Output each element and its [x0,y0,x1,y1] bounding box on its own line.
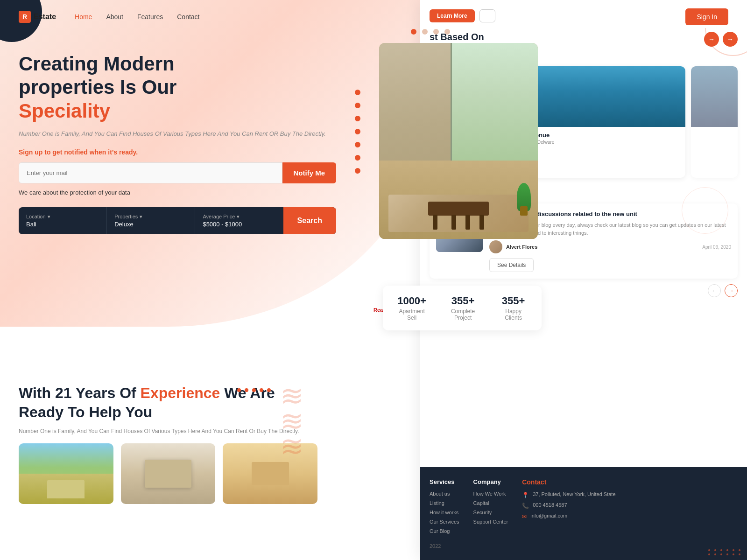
logo-icon: R [19,11,31,23]
odot2 [245,388,248,392]
hero-title: Creating Modern properties Is Our Specia… [19,52,336,123]
footer-link-security[interactable]: Security [473,510,508,515]
contact-phone[interactable]: 📞 000 4518 4587 [522,502,615,509]
dg10 [726,553,728,555]
footer-columns: Services About us Listing How it works O… [430,478,738,538]
vdot-7 [355,168,360,174]
navbar: R Estate Home About Features Contact Sig… [0,0,747,34]
house-preview-1 [19,443,113,504]
contact-email[interactable]: ✉ info@gmail.com [522,513,615,520]
hero-left: Creating Modern properties Is Our Specia… [19,43,336,234]
search-bar: Location ▾ Bali Properties ▾ Deluxe Aver… [19,207,336,234]
odot1 [237,388,241,392]
dg4 [726,549,728,551]
email-form: Notify Me [19,162,336,183]
dots-grid-decoration [708,549,742,555]
dg5 [733,549,734,551]
stats-card: 1000+ Apartment Sell 355+ Complete Proje… [383,286,542,330]
hero-image [379,43,538,239]
search-properties[interactable]: Properties ▾ Deluxe [107,207,195,234]
services-title: Services [430,478,459,485]
dg3 [720,549,722,551]
footer-year: 2022 [430,543,738,549]
footer-link-supportcenter[interactable]: Support Center [473,519,508,525]
orange-dots [237,388,271,392]
footer-link-howwework[interactable]: How We Work [473,491,508,497]
email-icon: ✉ [522,513,527,520]
experience-title: With 21 Years Of Experience We Are Ready… [19,384,317,422]
experience-section: With 21 Years Of Experience We Are Ready… [19,384,317,504]
privacy-note: We care about the protection of your dat… [19,189,336,196]
dg8 [714,553,716,555]
location-value: Bali [26,221,99,228]
stat-projects: 355+ Complete Project [445,295,480,321]
dg12 [739,553,740,555]
contact-title: Contact [522,478,615,486]
hero-right: 1000+ Apartment Sell 355+ Complete Proje… [355,43,728,318]
dg11 [733,553,734,555]
footer-link-capital[interactable]: Capital [473,500,508,506]
vdot-1 [355,90,360,95]
house-previews [19,443,317,504]
footer-link-ourblog[interactable]: Our Blog [430,528,459,534]
search-button[interactable]: Search [283,207,336,234]
nav-links: Home About Features Contact [75,13,685,21]
signin-button[interactable]: Sign In [685,8,728,25]
nav-features[interactable]: Features [137,13,163,21]
email-input[interactable] [19,162,282,183]
odot3 [252,388,256,392]
footer: Services About us Listing How it works O… [420,467,747,560]
footer-link-howitworks[interactable]: How it works [430,510,459,515]
odot5 [267,388,271,392]
dg6 [739,549,740,551]
vdot-3 [355,116,360,121]
hero-section: Creating Modern properties Is Our Specia… [0,34,747,332]
stat-clients: 355+ Happy Clients [499,295,528,321]
room-bg [379,43,538,239]
odot4 [260,388,263,392]
stat-apartments: 1000+ Apartment Sell [397,295,427,321]
signup-label: Sign up to get notified when it’s ready. [19,148,336,156]
hero-description: Number One is Family, And You Can Find H… [19,129,336,139]
dg2 [714,549,716,551]
search-location[interactable]: Location ▾ Bali [19,207,107,234]
vertical-dots [355,43,360,174]
contact-address: 📍 37, Polluted, New York, United State [522,491,615,498]
chevron-down-icon: ▾ [48,214,50,220]
dg7 [708,553,710,555]
nav-contact[interactable]: Contact [177,13,199,21]
footer-link-aboutus[interactable]: About us [430,491,459,497]
properties-value: Deluxe [114,221,187,228]
price-label: Average Price ▾ [203,214,275,220]
footer-link-ourservices[interactable]: Our Services [430,519,459,525]
vdot-5 [355,142,360,147]
footer-contact: Contact 📍 37, Polluted, New York, United… [522,478,615,538]
logo-text: Estate [34,13,56,21]
properties-label: Properties ▾ [114,214,187,220]
phone-icon: 📞 [522,503,529,509]
vdot-4 [355,129,360,134]
dg1 [708,549,710,551]
house-preview-2 [121,443,216,504]
wavy-decoration: ≋≋≋ [280,384,303,459]
footer-company: Company How We Work Capital Security Sup… [473,478,508,538]
chevron-down-icon3: ▾ [237,214,240,220]
location-icon: 📍 [522,492,529,498]
vdot-2 [355,103,360,108]
logo[interactable]: R Estate [19,11,56,23]
company-title: Company [473,478,508,485]
dg9 [720,553,722,555]
nav-about[interactable]: About [106,13,123,21]
location-label: Location ▾ [26,214,99,220]
notify-button[interactable]: Notify Me [282,162,337,183]
footer-link-listing[interactable]: Listing [430,500,459,506]
vdot-6 [355,155,360,161]
experience-desc: Number One is Family, And You Can Find H… [19,427,317,436]
price-value: $5000 - $1000 [203,221,275,228]
footer-services: Services About us Listing How it works O… [430,478,459,538]
search-price[interactable]: Average Price ▾ $5000 - $1000 [195,207,283,234]
nav-home[interactable]: Home [75,13,92,21]
chevron-down-icon2: ▾ [140,214,142,220]
